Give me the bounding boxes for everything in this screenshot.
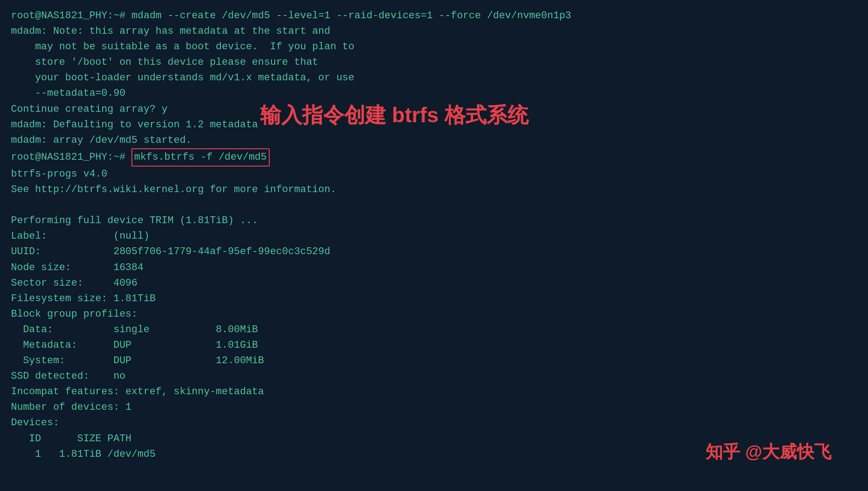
terminal-line-6: --metadata=0.90 xyxy=(11,86,857,101)
terminal-line-25: Number of devices: 1 xyxy=(11,400,857,415)
watermark-text: 知乎 @大威快飞 xyxy=(706,440,831,464)
terminal-line-3: may not be suitable as a boot device. If… xyxy=(11,39,857,55)
terminal-line-11: btrfs-progs v4.0 xyxy=(11,167,857,182)
prompt-1: root@NAS1821_PHY:~# xyxy=(11,8,131,24)
terminal-line-2: mdadm: Note: this array has metadata at … xyxy=(11,24,857,39)
annotation-text: 输入指令创建 btrfs 格式系统 xyxy=(260,101,528,130)
command-1: mdadm --create /dev/md5 --level=1 --raid… xyxy=(131,8,571,24)
terminal-line-24: Incompat features: extref, skinny-metada… xyxy=(11,384,857,400)
terminal-line-13: Performing full device TRIM (1.81TiB) ..… xyxy=(11,213,857,229)
terminal-line-21: Metadata: DUP 1.01GiB xyxy=(11,338,857,353)
highlighted-command: mkfs.btrfs -f /dev/md5 xyxy=(131,148,269,167)
terminal-line-10: root@NAS1821_PHY:~# mkfs.btrfs -f /dev/m… xyxy=(11,148,857,167)
terminal-line-17: Sector size: 4096 xyxy=(11,276,857,291)
terminal-output: root@NAS1821_PHY:~# mdadm --create /dev/… xyxy=(11,8,857,462)
prompt-2: root@NAS1821_PHY:~# xyxy=(11,150,131,165)
terminal-line-22: System: DUP 12.00MiB xyxy=(11,353,857,369)
terminal-line-16: Node size: 16384 xyxy=(11,260,857,276)
terminal-line-4: store '/boot' on this device please ensu… xyxy=(11,55,857,70)
terminal-line-1: root@NAS1821_PHY:~# mdadm --create /dev/… xyxy=(11,8,857,24)
terminal-line-12: See http://btrfs.wiki.kernel.org for mor… xyxy=(11,182,857,198)
terminal-line-14: Label: (null) xyxy=(11,229,857,244)
blank-line xyxy=(11,198,857,213)
terminal-line-19: Block group profiles: xyxy=(11,307,857,322)
terminal-line-5: your boot-loader understands md/v1.x met… xyxy=(11,70,857,86)
terminal-line-15: UUID: 2805f706-1779-44af-95ef-99ec0c3c52… xyxy=(11,244,857,260)
terminal-line-26: Devices: xyxy=(11,415,857,431)
terminal-line-23: SSD detected: no xyxy=(11,369,857,384)
terminal-line-20: Data: single 8.00MiB xyxy=(11,322,857,338)
terminal-line-9: mdadm: array /dev/md5 started. xyxy=(11,133,857,148)
terminal-line-18: Filesystem size: 1.81TiB xyxy=(11,291,857,307)
terminal-window: root@NAS1821_PHY:~# mdadm --create /dev/… xyxy=(0,0,868,491)
